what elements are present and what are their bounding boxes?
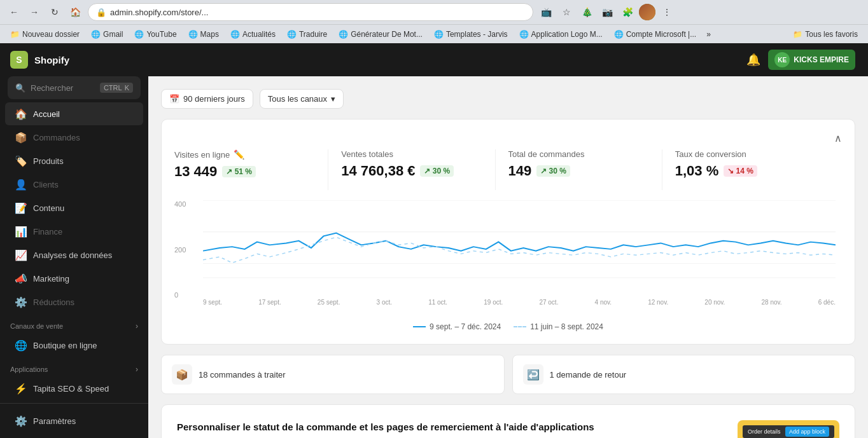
calendar-icon: 📅 bbox=[169, 94, 179, 104]
dashboard: 📅 90 derniers jours Tous les canaux ▾ ∧ bbox=[148, 76, 868, 438]
sidebar-item-produits[interactable]: 🏷️ Produits bbox=[5, 149, 143, 172]
sidebar-settings-label: Paramètres bbox=[33, 416, 76, 426]
bookmarks-more-button[interactable]: » bbox=[703, 28, 715, 41]
sidebar-item-reductions: ⚙️ Réductions bbox=[5, 291, 143, 313]
x-label-4: 3 oct. bbox=[377, 299, 392, 306]
bookmark-actualites[interactable]: 🌐 Actualités bbox=[225, 28, 281, 41]
sidebar-item-tapita[interactable]: ⚡ Tapita SEO & Speed bbox=[5, 377, 143, 400]
sidebar-item-boutique[interactable]: 🌐 Boutique en ligne bbox=[5, 334, 143, 357]
avatar-image bbox=[639, 4, 655, 20]
collapse-button[interactable]: ∧ bbox=[834, 132, 842, 144]
chart-x-labels: 9 sept. 17 sept. 25 sept. 3 oct. 11 oct.… bbox=[203, 299, 836, 306]
stat-ventes-label: Ventes totales bbox=[341, 149, 482, 159]
stat-commandes-value: 149 ↗ 30 % bbox=[508, 163, 649, 179]
stat-ventes-value: 14 760,38 € ↗ 30 % bbox=[341, 163, 482, 179]
sidebar-item-finance: 📊 Finance bbox=[5, 220, 143, 243]
sidebar-item-accueil[interactable]: 🏠 Accueil bbox=[5, 102, 143, 125]
sidebar-finance-label: Finance bbox=[33, 227, 62, 236]
extension-icon-1[interactable]: 🎄 bbox=[578, 3, 596, 21]
sidebar-accueil-label: Accueil bbox=[33, 109, 60, 119]
bookmark-templates[interactable]: 🌐 Templates - Jarvis bbox=[429, 28, 513, 41]
bookmark-label: Maps bbox=[200, 30, 219, 39]
edit-icon[interactable]: ✏️ bbox=[234, 149, 244, 160]
contenu-nav-icon: 📝 bbox=[15, 202, 27, 214]
channels-filter-button[interactable]: Tous les canaux ▾ bbox=[260, 89, 344, 109]
lock-icon: 🔒 bbox=[96, 8, 106, 17]
canaux-section-label: Canaux de vente bbox=[10, 322, 63, 330]
maps-icon: 🌐 bbox=[188, 30, 198, 39]
home-button[interactable]: 🏠 bbox=[66, 3, 84, 21]
analyses-nav-icon: 📈 bbox=[15, 249, 27, 261]
reductions-nav-icon: ⚙️ bbox=[15, 296, 27, 308]
search-shortcut: CTRL K bbox=[100, 83, 133, 93]
x-label-2: 17 sept. bbox=[258, 299, 281, 306]
demande-retour-card[interactable]: ↩️ 1 demande de retour bbox=[512, 355, 856, 394]
bookmark-generateur[interactable]: 🌐 Générateur De Mot... bbox=[333, 28, 428, 41]
back-button[interactable]: ← bbox=[5, 3, 23, 21]
menu-button[interactable]: ⋮ bbox=[658, 3, 676, 21]
sidebar-tapita-label: Tapita SEO & Speed bbox=[33, 384, 109, 394]
boutique-nav-icon: 🌐 bbox=[15, 339, 27, 351]
bookmark-gmail[interactable]: 🌐 Gmail bbox=[86, 28, 128, 41]
stat-ventes: Ventes totales 14 760,38 € ↗ 30 % bbox=[341, 149, 495, 190]
commandes-icon: 📦 bbox=[172, 364, 192, 385]
stat-visites-value: 13 449 ↗ 51 % bbox=[174, 163, 315, 180]
promo-img-inner: Order details Add app block Share or... … bbox=[738, 420, 839, 438]
days-filter-button[interactable]: 📅 90 derniers jours bbox=[161, 89, 253, 109]
stat-taux-label: Taux de conversion bbox=[675, 149, 816, 159]
marketing-nav-icon: 📣 bbox=[15, 273, 27, 284]
bookmark-label: Générateur De Mot... bbox=[351, 30, 423, 39]
canaux-arrow-icon: › bbox=[136, 322, 138, 331]
bookmark-label: Actualités bbox=[242, 30, 276, 39]
bookmark-star-button[interactable]: ☆ bbox=[557, 3, 575, 21]
bookmarks-folder-icon: 📁 bbox=[793, 30, 802, 39]
bookmark-traduire[interactable]: 🌐 Traduire bbox=[282, 28, 332, 41]
cast-button[interactable]: 📺 bbox=[537, 3, 555, 21]
bookmark-microsoft[interactable]: 🌐 Compte Microsoft |... bbox=[609, 28, 701, 41]
user-badge[interactable]: KE KICKS EMPIRE bbox=[768, 50, 855, 70]
bookmark-maps[interactable]: 🌐 Maps bbox=[183, 28, 224, 41]
sidebar-boutique-label: Boutique en ligne bbox=[33, 341, 97, 350]
visites-badge: ↗ 51 % bbox=[222, 166, 256, 177]
produits-nav-icon: 🏷️ bbox=[15, 155, 27, 167]
chrome-right-controls: 📺 ☆ 🎄 📷 🧩 ⋮ bbox=[537, 3, 676, 21]
chart-container: 400 200 0 bbox=[174, 200, 842, 315]
extension-icon-2[interactable]: 📷 bbox=[598, 3, 616, 21]
actualites-icon: 🌐 bbox=[230, 30, 240, 39]
sidebar-item-settings[interactable]: ⚙️ Paramètres bbox=[5, 409, 143, 432]
commandes-traiter-card[interactable]: 📦 18 commandes à traiter bbox=[161, 355, 505, 394]
reload-button[interactable]: ↻ bbox=[46, 3, 64, 21]
bookmark-youtube[interactable]: 🌐 YouTube bbox=[129, 28, 181, 41]
notification-button[interactable]: 🔔 bbox=[746, 53, 760, 67]
chevron-down-icon: ▾ bbox=[331, 94, 335, 104]
extensions-button[interactable]: 🧩 bbox=[619, 3, 636, 21]
sidebar-clients-label: Clients bbox=[33, 180, 59, 189]
stat-taux: Taux de conversion 1,03 % ↘ 14 % bbox=[675, 149, 829, 190]
search-bar[interactable]: 🔍 Rechercher CTRL K bbox=[8, 76, 141, 99]
sidebar-item-marketing[interactable]: 📣 Marketing bbox=[5, 267, 143, 290]
stats-card-header: ∧ bbox=[174, 132, 842, 149]
bookmark-label: Nouveau dossier bbox=[22, 30, 80, 39]
shopify-logo: S bbox=[10, 51, 28, 69]
sidebar-item-contenu[interactable]: 📝 Contenu bbox=[5, 196, 143, 219]
app-container: S Shopify 🔍 Rechercher CTRL K 🏠 Accueil bbox=[0, 43, 868, 438]
y-label-0: 0 bbox=[174, 291, 193, 299]
sidebar-item-analyses[interactable]: 📈 Analyses de données bbox=[5, 243, 143, 266]
legend-prev: 11 juin – 8 sept. 2024 bbox=[514, 322, 603, 331]
folder-icon: 📁 bbox=[10, 30, 20, 39]
forward-button[interactable]: → bbox=[25, 3, 43, 21]
x-label-3: 25 sept. bbox=[318, 299, 340, 306]
address-bar[interactable]: 🔒 admin.shopify.com/store/... bbox=[88, 3, 533, 21]
bookmark-nouveau-dossier[interactable]: 📁 Nouveau dossier bbox=[5, 28, 85, 41]
add-app-block-btn[interactable]: Add app block bbox=[785, 427, 829, 437]
stat-commandes-label: Total de commandes bbox=[508, 149, 649, 159]
bookmark-label: YouTube bbox=[146, 30, 176, 39]
bookmarks-all-button[interactable]: 📁 Tous les favoris bbox=[788, 28, 863, 41]
generateur-icon: 🌐 bbox=[339, 30, 348, 39]
user-initials: KE bbox=[778, 57, 787, 64]
x-label-9: 12 nov. bbox=[648, 299, 668, 306]
bookmark-applogo[interactable]: 🌐 Application Logo M... bbox=[514, 28, 608, 41]
main-content: 🔔 KE KICKS EMPIRE 📅 90 derniers jours To… bbox=[148, 43, 868, 438]
main-top-navbar: 🔔 KE KICKS EMPIRE bbox=[148, 43, 868, 76]
profile-button[interactable] bbox=[639, 4, 655, 20]
